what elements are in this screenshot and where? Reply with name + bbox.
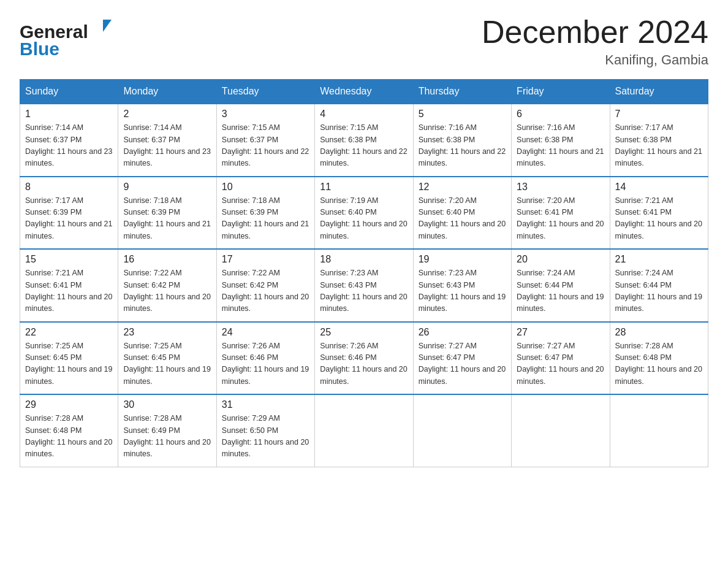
day-info: Sunrise: 7:16 AMSunset: 6:38 PMDaylight:… (419, 122, 506, 170)
day-info: Sunrise: 7:20 AMSunset: 6:41 PMDaylight:… (517, 195, 604, 243)
column-header-sunday: Sunday (20, 80, 118, 104)
location: Kanifing, Gambia (482, 52, 708, 68)
calendar-week-row: 1Sunrise: 7:14 AMSunset: 6:37 PMDaylight… (20, 104, 708, 177)
day-number: 14 (615, 182, 703, 193)
day-number: 31 (222, 399, 309, 410)
day-number: 16 (123, 254, 211, 265)
day-info: Sunrise: 7:17 AMSunset: 6:39 PMDaylight:… (25, 195, 113, 243)
day-number: 3 (222, 109, 309, 120)
calendar-cell: 30Sunrise: 7:28 AMSunset: 6:49 PMDayligh… (118, 394, 216, 467)
calendar-cell: 10Sunrise: 7:18 AMSunset: 6:39 PMDayligh… (216, 177, 314, 250)
day-info: Sunrise: 7:14 AMSunset: 6:37 PMDaylight:… (123, 122, 211, 170)
day-info: Sunrise: 7:27 AMSunset: 6:47 PMDaylight:… (419, 340, 506, 388)
day-info: Sunrise: 7:26 AMSunset: 6:46 PMDaylight:… (222, 340, 309, 388)
day-info: Sunrise: 7:15 AMSunset: 6:37 PMDaylight:… (222, 122, 309, 170)
calendar-week-row: 29Sunrise: 7:28 AMSunset: 6:48 PMDayligh… (20, 394, 708, 467)
day-info: Sunrise: 7:22 AMSunset: 6:42 PMDaylight:… (123, 267, 211, 315)
day-number: 11 (320, 182, 408, 193)
day-info: Sunrise: 7:17 AMSunset: 6:38 PMDaylight:… (615, 122, 703, 170)
calendar-cell: 23Sunrise: 7:25 AMSunset: 6:45 PMDayligh… (118, 322, 216, 395)
day-info: Sunrise: 7:28 AMSunset: 6:49 PMDaylight:… (123, 413, 211, 461)
day-info: Sunrise: 7:23 AMSunset: 6:43 PMDaylight:… (320, 267, 408, 315)
calendar-header-row: SundayMondayTuesdayWednesdayThursdayFrid… (20, 80, 708, 104)
day-number: 1 (25, 109, 113, 120)
day-info: Sunrise: 7:28 AMSunset: 6:48 PMDaylight:… (615, 340, 703, 388)
calendar-cell: 18Sunrise: 7:23 AMSunset: 6:43 PMDayligh… (315, 249, 413, 322)
calendar-cell: 20Sunrise: 7:24 AMSunset: 6:44 PMDayligh… (512, 249, 610, 322)
calendar-cell: 12Sunrise: 7:20 AMSunset: 6:40 PMDayligh… (413, 177, 511, 250)
day-number: 10 (222, 182, 309, 193)
calendar-cell: 27Sunrise: 7:27 AMSunset: 6:47 PMDayligh… (512, 322, 610, 395)
day-info: Sunrise: 7:18 AMSunset: 6:39 PMDaylight:… (123, 195, 211, 243)
calendar-week-row: 22Sunrise: 7:25 AMSunset: 6:45 PMDayligh… (20, 322, 708, 395)
day-info: Sunrise: 7:16 AMSunset: 6:38 PMDaylight:… (517, 122, 604, 170)
page-header: General Blue December 2024 Kanifing, Gam… (20, 15, 708, 68)
column-header-tuesday: Tuesday (216, 80, 314, 104)
day-info: Sunrise: 7:15 AMSunset: 6:38 PMDaylight:… (320, 122, 408, 170)
calendar-cell: 31Sunrise: 7:29 AMSunset: 6:50 PMDayligh… (216, 394, 314, 467)
day-info: Sunrise: 7:19 AMSunset: 6:40 PMDaylight:… (320, 195, 408, 243)
day-number: 15 (25, 254, 113, 265)
day-number: 7 (615, 109, 703, 120)
title-area: December 2024 Kanifing, Gambia (482, 15, 708, 68)
calendar-cell: 8Sunrise: 7:17 AMSunset: 6:39 PMDaylight… (20, 177, 118, 250)
calendar-cell: 9Sunrise: 7:18 AMSunset: 6:39 PMDaylight… (118, 177, 216, 250)
day-number: 13 (517, 182, 604, 193)
day-number: 12 (419, 182, 506, 193)
logo-svg: General Blue (20, 15, 118, 58)
calendar-cell: 1Sunrise: 7:14 AMSunset: 6:37 PMDaylight… (20, 104, 118, 177)
day-number: 25 (320, 327, 408, 338)
calendar-cell: 13Sunrise: 7:20 AMSunset: 6:41 PMDayligh… (512, 177, 610, 250)
calendar-cell: 7Sunrise: 7:17 AMSunset: 6:38 PMDaylight… (610, 104, 708, 177)
calendar-week-row: 15Sunrise: 7:21 AMSunset: 6:41 PMDayligh… (20, 249, 708, 322)
calendar-cell: 26Sunrise: 7:27 AMSunset: 6:47 PMDayligh… (413, 322, 511, 395)
day-number: 17 (222, 254, 309, 265)
calendar-week-row: 8Sunrise: 7:17 AMSunset: 6:39 PMDaylight… (20, 177, 708, 250)
calendar-cell: 16Sunrise: 7:22 AMSunset: 6:42 PMDayligh… (118, 249, 216, 322)
calendar-cell: 17Sunrise: 7:22 AMSunset: 6:42 PMDayligh… (216, 249, 314, 322)
calendar-cell: 6Sunrise: 7:16 AMSunset: 6:38 PMDaylight… (512, 104, 610, 177)
calendar-cell: 29Sunrise: 7:28 AMSunset: 6:48 PMDayligh… (20, 394, 118, 467)
day-info: Sunrise: 7:27 AMSunset: 6:47 PMDaylight:… (517, 340, 604, 388)
calendar-cell: 3Sunrise: 7:15 AMSunset: 6:37 PMDaylight… (216, 104, 314, 177)
day-info: Sunrise: 7:20 AMSunset: 6:40 PMDaylight:… (419, 195, 506, 243)
day-info: Sunrise: 7:21 AMSunset: 6:41 PMDaylight:… (25, 267, 113, 315)
day-number: 5 (419, 109, 506, 120)
calendar-cell (413, 394, 511, 467)
day-number: 30 (123, 399, 211, 410)
day-number: 20 (517, 254, 604, 265)
day-number: 2 (123, 109, 211, 120)
day-info: Sunrise: 7:25 AMSunset: 6:45 PMDaylight:… (25, 340, 113, 388)
day-info: Sunrise: 7:25 AMSunset: 6:45 PMDaylight:… (123, 340, 211, 388)
day-info: Sunrise: 7:29 AMSunset: 6:50 PMDaylight:… (222, 413, 309, 461)
day-info: Sunrise: 7:24 AMSunset: 6:44 PMDaylight:… (517, 267, 604, 315)
day-number: 21 (615, 254, 703, 265)
day-number: 6 (517, 109, 604, 120)
calendar-cell: 19Sunrise: 7:23 AMSunset: 6:43 PMDayligh… (413, 249, 511, 322)
calendar-cell: 15Sunrise: 7:21 AMSunset: 6:41 PMDayligh… (20, 249, 118, 322)
day-info: Sunrise: 7:14 AMSunset: 6:37 PMDaylight:… (25, 122, 113, 170)
calendar-table: SundayMondayTuesdayWednesdayThursdayFrid… (20, 79, 708, 467)
day-number: 22 (25, 327, 113, 338)
day-info: Sunrise: 7:24 AMSunset: 6:44 PMDaylight:… (615, 267, 703, 315)
column-header-thursday: Thursday (413, 80, 511, 104)
day-info: Sunrise: 7:26 AMSunset: 6:46 PMDaylight:… (320, 340, 408, 388)
calendar-cell (315, 394, 413, 467)
logo: General Blue (20, 15, 118, 58)
day-info: Sunrise: 7:23 AMSunset: 6:43 PMDaylight:… (419, 267, 506, 315)
day-info: Sunrise: 7:28 AMSunset: 6:48 PMDaylight:… (25, 413, 113, 461)
day-number: 8 (25, 182, 113, 193)
calendar-cell (610, 394, 708, 467)
day-number: 24 (222, 327, 309, 338)
calendar-cell: 5Sunrise: 7:16 AMSunset: 6:38 PMDaylight… (413, 104, 511, 177)
day-number: 26 (419, 327, 506, 338)
day-number: 9 (123, 182, 211, 193)
calendar-cell: 11Sunrise: 7:19 AMSunset: 6:40 PMDayligh… (315, 177, 413, 250)
column-header-wednesday: Wednesday (315, 80, 413, 104)
calendar-cell: 28Sunrise: 7:28 AMSunset: 6:48 PMDayligh… (610, 322, 708, 395)
day-number: 27 (517, 327, 604, 338)
calendar-cell: 4Sunrise: 7:15 AMSunset: 6:38 PMDaylight… (315, 104, 413, 177)
day-number: 18 (320, 254, 408, 265)
day-info: Sunrise: 7:18 AMSunset: 6:39 PMDaylight:… (222, 195, 309, 243)
svg-marker-1 (103, 20, 112, 32)
